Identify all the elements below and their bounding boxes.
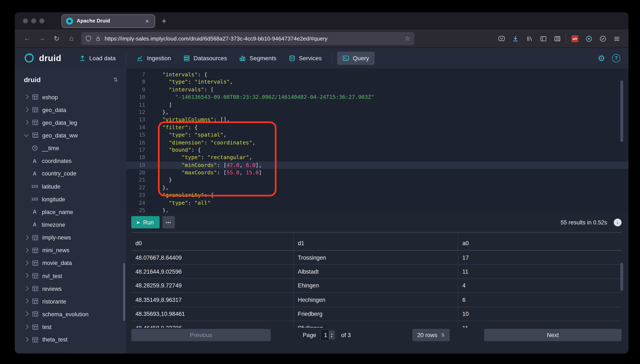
table-cell[interactable]: 48.35693,10.98461	[131, 307, 293, 321]
new-tab-button[interactable]: +	[162, 17, 167, 25]
sidebar-item-eshop[interactable]: eshop	[15, 90, 127, 103]
sidebar-item-nvl_test[interactable]: nvl_test	[15, 270, 127, 282]
code-line-15[interactable]: 15 "type": "spatial",	[126, 131, 628, 139]
table-row[interactable]: 48.21644,9.02596Albstadt11	[131, 265, 621, 279]
spinner-down-icon[interactable]: ▼	[330, 335, 333, 338]
sidebar-column-__time[interactable]: __time	[15, 142, 127, 154]
minimize-window-button[interactable]	[31, 18, 36, 23]
toolbox-icon[interactable]	[550, 32, 564, 45]
sidebar-column-country_code[interactable]: Acountry_code	[15, 167, 127, 180]
code-line-9[interactable]: 9 "intervals": [	[126, 86, 628, 94]
editor-scrollbar[interactable]	[620, 80, 623, 142]
chevron-right-icon[interactable]	[24, 94, 29, 99]
sidebar-item-mini_news[interactable]: mini_news	[15, 244, 127, 257]
sidebar-column-place_name[interactable]: Aplace_name	[15, 206, 127, 218]
library-icon[interactable]	[522, 32, 536, 45]
table-cell[interactable]: Friedberg	[293, 307, 458, 321]
download-results-icon[interactable]: ↓	[614, 218, 621, 226]
chevron-right-icon[interactable]	[24, 286, 29, 291]
code-line-11[interactable]: 11 ]	[126, 101, 628, 109]
table-cell[interactable]: Albstadt	[293, 265, 458, 278]
code-line-14[interactable]: 14 "filter": {	[126, 124, 628, 131]
chevron-right-icon[interactable]	[24, 312, 29, 316]
address-bar[interactable]: https://imply-sales.implycloud.com/druid…	[81, 32, 414, 45]
more-options-button[interactable]: •••	[162, 216, 175, 228]
table-cell[interactable]: 11	[458, 321, 621, 328]
results-scrollbar[interactable]	[620, 263, 623, 290]
table-cell[interactable]: 48.28259,9.72749	[131, 279, 293, 292]
table-cell[interactable]: 11	[458, 265, 621, 278]
rows-per-page-select[interactable]: 20 rows ⇅	[412, 329, 450, 341]
table-cell[interactable]: 48.35149,8.96317	[131, 293, 293, 307]
nav-ingestion[interactable]: Ingestion	[131, 52, 176, 65]
sidebar-item-geo_data_ww[interactable]: geo_data_ww	[15, 129, 127, 142]
table-cell[interactable]: 48.46458,9.22796	[131, 321, 293, 328]
downloads-icon[interactable]	[508, 32, 522, 45]
next-page-button[interactable]: Next	[484, 329, 621, 341]
chevron-right-icon[interactable]	[24, 248, 29, 252]
spinner-up-icon[interactable]: ▲	[330, 332, 333, 335]
code-line-19[interactable]: 19 "minCoords": [47.0, 6.0],	[126, 162, 628, 169]
page-spinner[interactable]: ▲ ▼	[328, 330, 335, 340]
ublock-icon[interactable]: uO	[568, 32, 582, 45]
table-row[interactable]: 48.28259,9.72749Ehingen4	[131, 279, 621, 293]
code-line-13[interactable]: 13 "virtualColumns": [],	[126, 116, 628, 124]
sidebar-column-longitude[interactable]: 123longitude	[15, 193, 127, 206]
table-cell[interactable]: 10	[458, 307, 621, 321]
sidebar-item-movie_data[interactable]: movie_data	[15, 257, 127, 270]
code-line-18[interactable]: 18 "type": "rectangular",	[126, 154, 628, 162]
chevron-right-icon[interactable]	[24, 299, 29, 304]
table-cell[interactable]: 48.21644,9.02596	[131, 265, 293, 278]
code-line-23[interactable]: 23 "granularity": {	[126, 192, 628, 199]
table-row[interactable]: 48.46458,9.22796Pfullingen11	[131, 321, 621, 328]
url-text[interactable]: https://imply-sales.implycloud.com/druid…	[105, 36, 401, 42]
table-cell[interactable]: Trossingen	[293, 250, 458, 264]
code-line-12[interactable]: 12 },	[126, 108, 628, 116]
code-line-17[interactable]: 17 "bound": {	[126, 146, 628, 154]
sidebar-item-theta_test[interactable]: theta_test	[15, 333, 127, 346]
chevron-right-icon[interactable]	[24, 273, 29, 278]
nav-services[interactable]: Services	[283, 52, 327, 65]
home-icon[interactable]: ⌂	[64, 32, 79, 45]
sidebar-column-latitude[interactable]: 123latitude	[15, 180, 127, 193]
pocket-icon[interactable]	[494, 32, 508, 45]
table-row[interactable]: 48.35149,8.96317Hechingen6	[131, 293, 621, 307]
browser-tab[interactable]: Apache Druid ×	[62, 14, 155, 28]
sidebar-scrollbar[interactable]	[123, 263, 125, 321]
sidebar-column-timezone[interactable]: Atimezone	[15, 218, 127, 231]
run-button[interactable]: ▶ Run	[131, 216, 160, 228]
sort-icon[interactable]: ⇅	[113, 76, 118, 83]
menu-hamburger-icon[interactable]	[610, 32, 624, 45]
table-row[interactable]: 48.07667,8.64409Trossingen17	[131, 250, 621, 264]
table-row[interactable]: 48.35693,10.98461Friedberg10	[131, 307, 621, 321]
column-header-a0[interactable]: a0	[458, 232, 621, 250]
tracking-shield-icon[interactable]	[85, 35, 92, 42]
nav-datasources[interactable]: Datasources	[178, 52, 232, 65]
code-line-10[interactable]: 10 "-146136543-09-08T08:23:32.096Z/14614…	[126, 94, 628, 101]
sidebar-item-geo_data_leg[interactable]: geo_data_leg	[15, 116, 127, 129]
code-line-22[interactable]: 22 },	[126, 184, 628, 192]
sidebar-item-ristorante[interactable]: ristorante	[15, 295, 127, 308]
code-line-24[interactable]: 24 "type": "all"	[126, 199, 628, 207]
table-cell[interactable]: 6	[458, 293, 621, 307]
verified-check-icon[interactable]	[596, 32, 610, 45]
nav-load-data[interactable]: Load data	[74, 52, 121, 65]
chevron-right-icon[interactable]	[24, 324, 29, 329]
query-editor[interactable]: 7 "intervals": {8 "type": "intervals",9 …	[126, 68, 628, 212]
previous-page-button[interactable]: Previous	[131, 329, 271, 341]
chevron-right-icon[interactable]	[24, 337, 29, 342]
zoom-window-button[interactable]	[40, 18, 44, 23]
gear-icon[interactable]: ⚙	[598, 54, 605, 62]
sidebar-item-geo_data[interactable]: geo_data	[15, 103, 127, 116]
code-line-25[interactable]: 25 },	[126, 206, 628, 212]
page-number-input[interactable]: 1 ▲ ▼	[320, 329, 336, 341]
code-line-7[interactable]: 7 "intervals": {	[126, 71, 628, 78]
column-header-d1[interactable]: d1	[293, 232, 458, 250]
sidebar-header[interactable]: druid ⇅	[15, 68, 127, 90]
back-icon[interactable]: ←	[20, 32, 35, 45]
code-line-21[interactable]: 21 }	[126, 176, 628, 184]
chevron-right-icon[interactable]	[24, 120, 29, 125]
sidebar-column-coordinates[interactable]: Acoordinates	[15, 154, 127, 167]
reload-icon[interactable]: ↻	[49, 32, 64, 45]
code-line-20[interactable]: 20 "maxCoords": [55.0, 15.0]	[126, 169, 628, 177]
